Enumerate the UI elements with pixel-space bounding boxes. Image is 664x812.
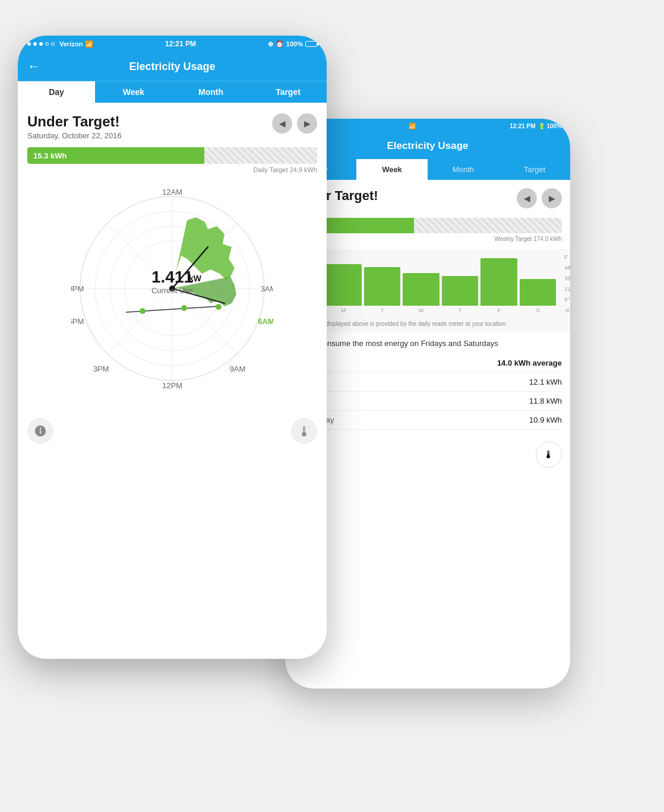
back-app-title: Electricity Usage xyxy=(387,140,468,152)
back-chart-disclaimer: Usage data displayed above is provided b… xyxy=(285,316,570,332)
bar-5 xyxy=(480,258,517,306)
back-status-bar: Verizon 📶 12:21 PM 🔋 100% xyxy=(285,119,570,133)
back-next-button[interactable]: ▶ xyxy=(542,188,562,208)
bar-3 xyxy=(403,273,439,306)
insight-row-2: Sunday11.8 kWh xyxy=(293,392,562,411)
bar-label-1: M xyxy=(341,307,346,313)
front-tabs: Day Week Month Target xyxy=(18,81,327,104)
signal-dot-5 xyxy=(51,42,55,46)
back-target-text: Weekly Target 174.0 kWh xyxy=(293,236,562,242)
svg-point-29 xyxy=(40,427,41,429)
y-label-4: 8° xyxy=(564,297,570,303)
front-battery-pct: 100% xyxy=(286,40,303,47)
front-progress-bar-bg: 15.3 kWh xyxy=(27,147,317,164)
battery-icon xyxy=(305,41,317,47)
front-nav-buttons: ◀ ▶ xyxy=(272,113,317,134)
back-status-row: Under Target! this week ◀ ▶ xyxy=(293,188,562,212)
bar-label-2: T xyxy=(381,307,384,313)
bar-label-4: T xyxy=(459,307,462,313)
front-progress-wrap: 15.3 kWh Daily Target 24.9 kWh xyxy=(27,147,317,173)
svg-text:°: ° xyxy=(308,426,309,429)
bar-6 xyxy=(520,279,556,306)
back-y-axis: F48°35°21°8°-6° xyxy=(563,254,570,313)
alarm-icon: ⏰ xyxy=(276,40,284,48)
y-label-2: 35° xyxy=(564,275,570,281)
insight-row-0: Friday14.0 kWh average xyxy=(293,354,562,373)
back-tab-week[interactable]: Week xyxy=(356,159,428,180)
back-prev-button[interactable]: ◀ xyxy=(517,188,537,208)
insight-value-2: 11.8 kWh xyxy=(529,397,562,405)
back-temp-area: 🌡 xyxy=(285,437,570,472)
bar-group-2: T xyxy=(364,267,400,313)
y-label-1: 48° xyxy=(564,265,570,271)
bar-label-6: S xyxy=(536,307,540,313)
front-status-bar: Verizon 📶 12:21 PM ⊕ ⏰ 100% xyxy=(18,36,327,52)
back-bottom: 🌡 xyxy=(285,437,570,472)
y-label-0: F xyxy=(564,254,570,260)
bar-group-1: M xyxy=(325,264,361,313)
front-target-text: Daily Target 24.9 kWh xyxy=(27,166,317,173)
thermometer-svg: ° xyxy=(298,424,311,437)
front-phone: Verizon 📶 12:21 PM ⊕ ⏰ 100% ← Electricit… xyxy=(18,36,327,659)
back-tabs: Day Week Month Target xyxy=(285,159,570,180)
bar-2 xyxy=(364,267,400,306)
back-wifi-icon: 📶 xyxy=(409,123,416,129)
svg-text:kW: kW xyxy=(189,274,202,283)
front-tab-day[interactable]: Day xyxy=(18,81,95,104)
back-chart-area: SMTWTFS F48°35°21°8°-6° xyxy=(285,254,570,313)
clock-chart: 1.411 kW Current Use 12AM 3AM 6AM 9AM 12… xyxy=(71,188,273,389)
signal-dot-1 xyxy=(27,42,31,46)
back-time: 12:21 PM xyxy=(510,123,535,129)
svg-text:1.411: 1.411 xyxy=(151,268,193,286)
back-tab-month[interactable]: Month xyxy=(428,159,499,180)
svg-rect-32 xyxy=(303,427,305,433)
front-tab-target[interactable]: Target xyxy=(249,81,327,104)
front-content: Under Target! Saturday, October 22, 2016… xyxy=(18,104,327,411)
back-insights-title: tend to consume the most energy on Frida… xyxy=(293,339,562,348)
signal-dot-2 xyxy=(33,42,37,46)
front-time: 12:21 PM xyxy=(165,40,196,48)
back-temperature-icon[interactable]: 🌡 xyxy=(536,442,562,468)
back-bar-chart: SMTWTFS F48°35°21°8°-6° xyxy=(285,249,570,316)
front-carrier: Verizon xyxy=(59,40,83,47)
svg-text:6PM: 6PM xyxy=(71,317,84,326)
insight-value-3: 10.9 kWh xyxy=(529,415,562,424)
signal-dot-3 xyxy=(39,42,43,46)
insight-row-3: Wednesday10.9 kWh xyxy=(293,411,562,430)
svg-point-11 xyxy=(181,305,187,311)
bar-label-3: W xyxy=(419,307,424,313)
svg-text:12AM: 12AM xyxy=(162,188,182,196)
y-label-5: -6° xyxy=(564,307,570,313)
front-tab-week[interactable]: Week xyxy=(95,81,172,104)
svg-text:3AM: 3AM xyxy=(261,284,273,293)
back-app-header: Electricity Usage xyxy=(285,133,570,159)
y-label-3: 21° xyxy=(564,286,570,292)
front-next-button[interactable]: ▶ xyxy=(297,113,317,134)
back-button[interactable]: ← xyxy=(27,59,40,74)
back-content: Under Target! this week ◀ ▶ kWh Weekly T… xyxy=(285,180,570,249)
svg-text:6AM: 6AM xyxy=(258,317,273,326)
svg-text:3PM: 3PM xyxy=(93,364,109,373)
back-phone: Verizon 📶 12:21 PM 🔋 100% Electricity Us… xyxy=(285,119,570,689)
back-insight-rows: Friday14.0 kWh averageSaturday12.1 kWhSu… xyxy=(293,354,562,430)
info-svg: i xyxy=(34,424,47,437)
front-clock-container: 1.411 kW Current Use 12AM 3AM 6AM 9AM 12… xyxy=(27,176,317,401)
back-insights: tend to consume the most energy on Frida… xyxy=(285,332,570,437)
back-tab-target[interactable]: Target xyxy=(499,159,570,180)
front-temperature-icon[interactable]: ° xyxy=(291,418,317,444)
front-carrier-area: Verizon 📶 xyxy=(27,40,93,48)
svg-text:9PM: 9PM xyxy=(71,284,84,293)
front-tab-month[interactable]: Month xyxy=(172,81,249,104)
insight-row-1: Saturday12.1 kWh xyxy=(293,373,562,392)
svg-text:9AM: 9AM xyxy=(230,364,246,373)
front-status-info: Under Target! Saturday, October 22, 2016 xyxy=(27,113,122,140)
bar-4 xyxy=(442,276,478,306)
back-progress-bar: kWh xyxy=(293,218,562,233)
front-progress-fill: 15.3 kWh xyxy=(27,147,204,164)
svg-point-10 xyxy=(140,308,146,314)
front-info-icon[interactable]: i xyxy=(27,418,53,444)
bar-group-3: W xyxy=(403,273,439,313)
front-bottom-icons: i ° xyxy=(18,411,327,451)
bar-group-6: S xyxy=(520,279,556,313)
front-prev-button[interactable]: ◀ xyxy=(272,113,292,134)
